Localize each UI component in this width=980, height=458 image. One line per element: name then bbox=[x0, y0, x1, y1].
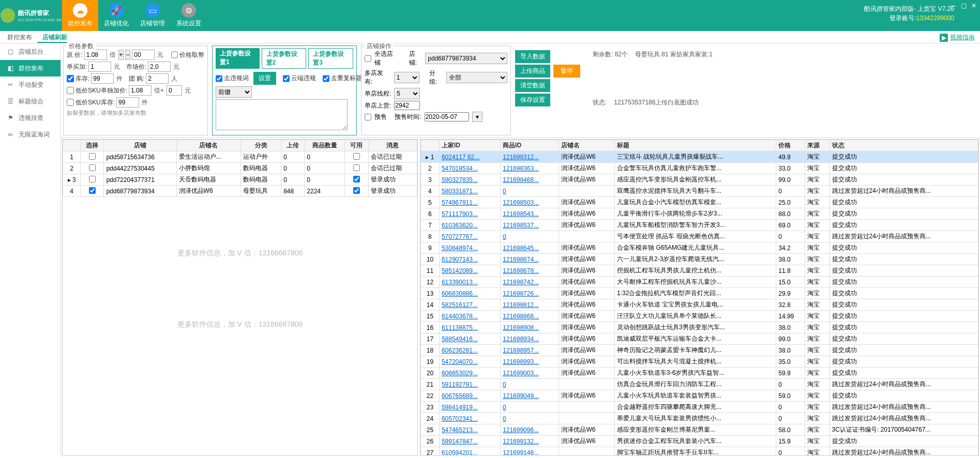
prefix-textarea[interactable] bbox=[216, 99, 348, 130]
parent-id-link[interactable]: 6024117 62... bbox=[442, 154, 479, 161]
parent-id-link[interactable]: 613390013... bbox=[442, 279, 478, 286]
round-checkbox[interactable] bbox=[171, 51, 178, 58]
product-id-link[interactable]: 0 bbox=[503, 381, 506, 388]
product-id-link[interactable]: 0 bbox=[503, 188, 506, 195]
stock-checkbox[interactable] bbox=[67, 75, 74, 82]
table-row[interactable]: 4pdd68779873934润泽优品W6母婴玩具8482224登录成功 bbox=[63, 186, 417, 197]
orig-price-input[interactable] bbox=[84, 50, 107, 60]
table-row[interactable]: 1pdd58715634736爱生活运动户...运动户外00会话已过期 bbox=[63, 151, 417, 163]
parent-id-link[interactable]: 530848974... bbox=[442, 245, 478, 252]
dedup-word-checkbox[interactable] bbox=[216, 75, 222, 82]
product-id-link[interactable]: 121698363... bbox=[503, 165, 539, 172]
parent-id-link[interactable]: 606765689... bbox=[442, 392, 478, 400]
parent-id-link[interactable]: 610363620... bbox=[442, 222, 478, 229]
parent-id-link[interactable]: 571117903... bbox=[442, 210, 478, 218]
clear-button[interactable]: 清空数据 bbox=[515, 79, 550, 92]
table-row[interactable]: 18606236281...121698957...润泽优品W6神奇历险记之萌蒙… bbox=[421, 345, 978, 356]
parent-id-link[interactable]: 606653029... bbox=[442, 370, 478, 377]
param-tab-3[interactable]: 上货参数设置3 bbox=[308, 48, 353, 69]
table-row[interactable]: 12613390013...121698742...润泽优品W6大号耐摔工程车挖… bbox=[421, 277, 978, 288]
table-row[interactable]: 5574967911...121698503...润泽优品W6儿童玩具合金小汽车… bbox=[421, 197, 978, 208]
table-row[interactable]: ▸ 16024117 62...121698312...润泽优品W6三宝炫斗 战… bbox=[421, 151, 978, 163]
parent-id-link[interactable]: 599147847... bbox=[442, 438, 478, 445]
product-id-link[interactable]: 121698742... bbox=[503, 279, 539, 286]
product-id-link[interactable]: 121699132... bbox=[503, 438, 539, 445]
table-row[interactable]: ▸ 3pdd72204377371天岙数码电器数码电器00登录成功 bbox=[63, 174, 417, 186]
product-id-link[interactable]: 0 bbox=[503, 415, 506, 422]
table-row[interactable]: 26599147847...121699132...润泽优品W6男孩迷你合金工程… bbox=[421, 436, 978, 447]
product-id-link[interactable]: 0 bbox=[503, 233, 506, 240]
table-row[interactable]: 17588549416...121698934...润泽优品W6凯迪威双层平板汽… bbox=[421, 333, 978, 345]
close-icon[interactable]: ✕ bbox=[969, 1, 979, 10]
lowstock-checkbox[interactable] bbox=[67, 99, 74, 106]
product-id-link[interactable]: 121698957... bbox=[503, 347, 539, 354]
group-input[interactable] bbox=[146, 73, 169, 84]
nav-manage[interactable]: ▭店铺管理 bbox=[134, 0, 171, 31]
orig-plus-input[interactable] bbox=[132, 50, 155, 60]
shop-table[interactable]: 选择店铺店铺名分类上传商品数量可用消息1pdd58715634736爱生活运动户… bbox=[62, 139, 418, 456]
param-tab-2[interactable]: 上货参数设置2 bbox=[262, 48, 307, 69]
dedup-title-checkbox[interactable] bbox=[323, 75, 329, 82]
side-bluesea[interactable]: ∞无限蓝海词 bbox=[0, 126, 61, 143]
minimize-icon[interactable]: — bbox=[948, 1, 958, 10]
table-row[interactable]: 22606765689...121699049...润泽优品W6儿童小火车玩具轨… bbox=[421, 390, 978, 402]
avail-checkbox[interactable] bbox=[353, 153, 360, 160]
video-guide-link[interactable]: ▶视频指南 bbox=[940, 33, 975, 42]
lowsku-plus-input[interactable] bbox=[167, 85, 182, 96]
row-checkbox[interactable] bbox=[89, 153, 96, 160]
upload-button[interactable]: 上传商品 bbox=[515, 65, 550, 78]
table-row[interactable]: 4580331871...0双鹰遥控水泥搅拌车玩具大号翻斗车...0淘宝跳过发货… bbox=[421, 186, 978, 197]
plus-button[interactable]: + bbox=[118, 50, 124, 60]
product-id-link[interactable]: 121698678... bbox=[503, 267, 539, 274]
side-title[interactable]: ☰标题组合 bbox=[0, 93, 61, 110]
table-row[interactable]: 14582516127...121698812...润泽优品W6卡通小火车轨道 … bbox=[421, 299, 978, 311]
minus-button[interactable]: − bbox=[125, 50, 130, 60]
table-row[interactable]: 2pdd44227530445小胖数码馆数码电器00会话已过期 bbox=[63, 163, 417, 174]
parent-id-link[interactable]: 582516127... bbox=[442, 301, 478, 309]
parent-id-link[interactable]: 610594201... bbox=[442, 449, 478, 456]
parent-id-link[interactable]: 612907143... bbox=[442, 256, 478, 263]
table-row[interactable]: 10612907143...121698674...润泽优品W6六一儿童玩具2-… bbox=[421, 254, 978, 265]
maximize-icon[interactable]: ▢ bbox=[958, 1, 969, 10]
group-select[interactable]: 全部 bbox=[446, 72, 507, 83]
lowstock-input[interactable] bbox=[116, 97, 139, 108]
product-id-link[interactable]: 121698503... bbox=[503, 199, 539, 206]
table-row[interactable]: 15614403678...121698868...润泽优品W6汪汪队立大功儿童… bbox=[421, 311, 978, 322]
parent-id-link[interactable]: 585142089... bbox=[442, 267, 478, 274]
product-id-link[interactable]: 121698312... bbox=[503, 154, 539, 161]
product-id-link[interactable]: 121698468... bbox=[503, 176, 539, 184]
thread-select[interactable]: 5 bbox=[394, 88, 420, 99]
product-id-link[interactable]: 121698868... bbox=[503, 313, 539, 320]
shop-select[interactable]: pdd68779873934 bbox=[425, 53, 507, 64]
avail-checkbox[interactable] bbox=[353, 187, 360, 194]
side-publish[interactable]: ◧群控发布 bbox=[0, 60, 61, 77]
product-id-link[interactable]: 121698537... bbox=[503, 222, 539, 229]
product-id-link[interactable]: 121699003... bbox=[503, 370, 539, 377]
product-id-link[interactable]: 121698812... bbox=[503, 301, 539, 309]
pause-button[interactable]: 暂停 bbox=[553, 65, 580, 78]
table-row[interactable]: 13606830886...121698726...润泽优品W61:32合金拖拉… bbox=[421, 288, 978, 299]
product-id-link[interactable]: 121699096... bbox=[503, 426, 539, 434]
parent-id-link[interactable]: 590327835... bbox=[442, 176, 478, 184]
multi-select[interactable]: 1 bbox=[394, 72, 419, 83]
parent-id-link[interactable]: 598414919... bbox=[442, 404, 478, 411]
lowsku-checkbox[interactable] bbox=[67, 87, 74, 94]
product-id-link[interactable]: 121698993... bbox=[503, 358, 539, 365]
table-row[interactable]: 16611138875...121698908...润泽优品W6灵动创想跳跃战士… bbox=[421, 322, 978, 333]
parent-id-link[interactable]: 588549416... bbox=[442, 335, 478, 343]
product-table[interactable]: 上家ID商品ID店铺名标题价格来源状态▸ 16024117 62...12169… bbox=[420, 139, 979, 456]
parent-id-link[interactable]: 580331871... bbox=[442, 188, 478, 195]
single-input[interactable] bbox=[394, 101, 420, 110]
row-checkbox[interactable] bbox=[89, 164, 96, 171]
parent-id-link[interactable]: 591192791... bbox=[442, 381, 478, 388]
table-row[interactable]: 24605702341...0蒂爱儿童大号玩具车套装男孩惯性小...0淘宝跳过发… bbox=[421, 413, 978, 424]
table-row[interactable]: 9530848974...121698645...润泽优品W6合金车模奔驰 G6… bbox=[421, 242, 978, 254]
tab-refresh[interactable]: 店铺刷新 bbox=[37, 32, 72, 43]
side-backend[interactable]: ▢店铺后台 bbox=[0, 43, 61, 60]
nav-optimize[interactable]: 🚀店铺优化 bbox=[98, 0, 134, 31]
product-id-link[interactable]: 121698674... bbox=[503, 256, 539, 263]
parent-id-link[interactable]: 606830886... bbox=[442, 290, 478, 297]
row-checkbox[interactable] bbox=[89, 176, 96, 182]
stock-input[interactable] bbox=[91, 73, 114, 84]
product-id-link[interactable]: 121698645... bbox=[503, 245, 539, 252]
